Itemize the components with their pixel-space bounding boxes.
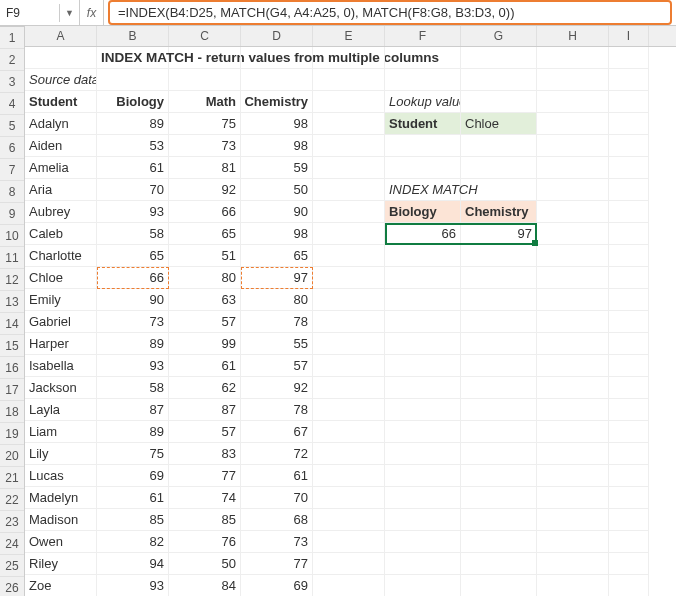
cell[interactable] <box>461 245 537 267</box>
cell[interactable] <box>385 421 461 443</box>
cell[interactable] <box>461 465 537 487</box>
cell-student[interactable]: Chloe <box>25 267 97 289</box>
cell-biology[interactable]: 75 <box>97 443 169 465</box>
cell[interactable] <box>537 201 609 223</box>
cell[interactable] <box>313 333 385 355</box>
cell[interactable] <box>461 399 537 421</box>
fx-button[interactable]: fx <box>80 0 104 25</box>
cell[interactable] <box>537 377 609 399</box>
cell[interactable] <box>609 553 649 575</box>
cell-student[interactable]: Zoe <box>25 575 97 596</box>
cell-biology[interactable]: 69 <box>97 465 169 487</box>
result-header-biology[interactable]: Biology <box>385 201 461 223</box>
cell[interactable] <box>385 289 461 311</box>
cell[interactable] <box>313 201 385 223</box>
cell[interactable] <box>609 311 649 333</box>
cell-math[interactable]: 77 <box>169 465 241 487</box>
cell-chemistry[interactable]: 61 <box>241 465 313 487</box>
cell-student[interactable]: Madison <box>25 509 97 531</box>
row-header[interactable]: 4 <box>0 93 24 115</box>
row-header[interactable]: 22 <box>0 489 24 511</box>
row-header[interactable]: 15 <box>0 335 24 357</box>
row-header[interactable]: 17 <box>0 379 24 401</box>
cell[interactable] <box>537 421 609 443</box>
cell-biology[interactable]: 65 <box>97 245 169 267</box>
cell-biology[interactable]: 82 <box>97 531 169 553</box>
result-header-chemistry[interactable]: Chemistry <box>461 201 537 223</box>
row-header[interactable]: 11 <box>0 247 24 269</box>
cell[interactable] <box>461 333 537 355</box>
cell-chemistry[interactable]: 92 <box>241 377 313 399</box>
cell[interactable] <box>313 553 385 575</box>
cell[interactable] <box>461 289 537 311</box>
row-header[interactable]: 3 <box>0 71 24 93</box>
cell-chemistry[interactable]: 90 <box>241 201 313 223</box>
cell[interactable] <box>461 575 537 596</box>
cell[interactable] <box>385 311 461 333</box>
cell-chemistry[interactable]: 55 <box>241 333 313 355</box>
cell[interactable] <box>609 267 649 289</box>
cell[interactable] <box>609 223 649 245</box>
cell[interactable] <box>313 531 385 553</box>
cell-math[interactable]: 62 <box>169 377 241 399</box>
cell-chemistry[interactable]: 68 <box>241 509 313 531</box>
cell[interactable] <box>609 421 649 443</box>
column-header[interactable]: D <box>241 26 313 46</box>
cell[interactable] <box>313 399 385 421</box>
cell-chemistry[interactable]: 98 <box>241 113 313 135</box>
cells-area[interactable]: INDEX MATCH - return values from multipl… <box>25 47 676 596</box>
cell-math[interactable]: 74 <box>169 487 241 509</box>
cell[interactable] <box>313 289 385 311</box>
name-box[interactable]: F9 <box>0 4 60 22</box>
cell-math[interactable]: 73 <box>169 135 241 157</box>
cell[interactable] <box>385 509 461 531</box>
cell[interactable] <box>537 531 609 553</box>
row-header[interactable]: 6 <box>0 137 24 159</box>
cell-biology[interactable]: 73 <box>97 311 169 333</box>
cell[interactable] <box>537 289 609 311</box>
cell-math[interactable]: 57 <box>169 311 241 333</box>
cell[interactable] <box>609 333 649 355</box>
cell[interactable] <box>537 223 609 245</box>
row-header[interactable]: 5 <box>0 115 24 137</box>
cell[interactable] <box>385 531 461 553</box>
cell-chemistry[interactable]: 59 <box>241 157 313 179</box>
cell-chemistry[interactable]: 69 <box>241 575 313 596</box>
cell[interactable] <box>461 311 537 333</box>
cell[interactable] <box>313 487 385 509</box>
cell[interactable] <box>461 377 537 399</box>
cell[interactable] <box>385 267 461 289</box>
cell-student[interactable]: Aubrey <box>25 201 97 223</box>
cell-chemistry[interactable]: 80 <box>241 289 313 311</box>
cell-biology[interactable]: 61 <box>97 487 169 509</box>
cell-student[interactable]: Isabella <box>25 355 97 377</box>
cell-math[interactable]: 61 <box>169 355 241 377</box>
cell-math[interactable]: 51 <box>169 245 241 267</box>
cell-math[interactable]: 81 <box>169 157 241 179</box>
cell-biology[interactable]: 89 <box>97 113 169 135</box>
cell-student[interactable]: Harper <box>25 333 97 355</box>
cell-chemistry[interactable]: 57 <box>241 355 313 377</box>
cell[interactable] <box>385 333 461 355</box>
column-header[interactable]: C <box>169 26 241 46</box>
cell[interactable] <box>537 509 609 531</box>
cell[interactable] <box>537 157 609 179</box>
cell[interactable] <box>461 487 537 509</box>
row-header[interactable]: 2 <box>0 49 24 71</box>
row-header[interactable]: 12 <box>0 269 24 291</box>
cell[interactable] <box>385 157 461 179</box>
cell-math[interactable]: 99 <box>169 333 241 355</box>
cell[interactable] <box>537 267 609 289</box>
column-header[interactable]: H <box>537 26 609 46</box>
cell[interactable] <box>609 355 649 377</box>
cell[interactable] <box>385 553 461 575</box>
cell[interactable] <box>385 135 461 157</box>
cell[interactable] <box>537 311 609 333</box>
cell[interactable] <box>313 179 385 201</box>
row-header[interactable]: 7 <box>0 159 24 181</box>
cell[interactable] <box>609 487 649 509</box>
row-header[interactable]: 8 <box>0 181 24 203</box>
cell-student[interactable]: Charlotte <box>25 245 97 267</box>
cell-biology[interactable]: 58 <box>97 377 169 399</box>
cell-biology[interactable]: 85 <box>97 509 169 531</box>
